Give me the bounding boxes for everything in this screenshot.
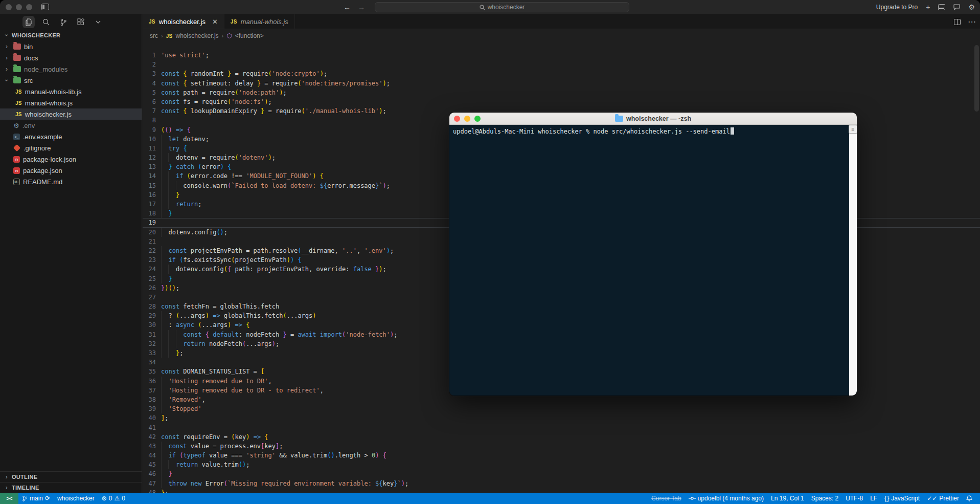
line-number: 20: [143, 228, 156, 237]
code-line: 4const { setTimeout: delay } = require('…: [143, 79, 980, 88]
file-name: README.md: [23, 178, 62, 186]
tree-item-.env[interactable]: ⚙.env: [0, 120, 142, 131]
toggle-panel-icon[interactable]: [938, 4, 945, 10]
terminal-content[interactable]: updoel@Abduls-Mac-Mini whoischecker % no…: [449, 125, 857, 396]
terminal-scrollbar[interactable]: ≡: [849, 125, 857, 396]
problems-status[interactable]: ⊗ 0 ⚠ 0: [98, 493, 129, 504]
terminal-window[interactable]: whoischecker — -zsh updoel@Abduls-Mac-Mi…: [449, 113, 857, 396]
chevron-right-icon: ›: [4, 473, 10, 480]
traffic-lights[interactable]: [6, 4, 32, 10]
encoding-status[interactable]: UTF-8: [842, 493, 867, 504]
tree-item-package-lock.json[interactable]: npackage-lock.json: [0, 154, 142, 165]
git-branch-status[interactable]: main ⟳: [18, 493, 54, 504]
line-number: 13: [143, 162, 156, 171]
outline-section-header[interactable]: › OUTLINE: [0, 471, 142, 482]
tree-item-bin[interactable]: ›bin: [0, 41, 142, 52]
commit-icon: [689, 496, 696, 501]
line-number: 5: [143, 88, 156, 97]
source-control-icon[interactable]: [57, 16, 70, 28]
chat-icon[interactable]: [953, 4, 960, 10]
js-file-icon: JS: [15, 100, 22, 106]
eol-status[interactable]: LF: [867, 493, 881, 504]
language-mode-status[interactable]: { } JavaScript: [881, 493, 923, 504]
tree-item-package.json[interactable]: npackage.json: [0, 165, 142, 176]
zoom-window-button[interactable]: [26, 4, 32, 10]
line-number: 17: [143, 200, 156, 209]
line-number: 6: [143, 97, 156, 106]
timeline-section-header[interactable]: › TIMELINE: [0, 482, 142, 493]
tree-item-whoischecker.js[interactable]: JSwhoischecker.js: [0, 108, 142, 120]
breadcrumb: src › JS whoischecker.js › ⬡ <function>: [143, 29, 980, 42]
cursor-position-status[interactable]: Ln 19, Col 1: [767, 493, 808, 504]
terminal-marks-icon[interactable]: ≡: [849, 125, 857, 134]
code-line: 2: [143, 60, 980, 69]
tree-item-docs[interactable]: ›docs: [0, 52, 142, 63]
close-tab-icon[interactable]: ✕: [212, 18, 218, 26]
remote-indicator[interactable]: ><: [0, 493, 18, 504]
code-line: 5const path = require('node:path');: [143, 88, 980, 97]
file-name: src: [24, 77, 33, 84]
tree-item-.env.example[interactable]: >_.env.example: [0, 131, 142, 142]
code-line: 47 throw new Error(`Missing required env…: [143, 479, 980, 488]
line-number: 10: [143, 135, 156, 144]
command-center-search[interactable]: whoischecker: [375, 2, 629, 12]
breadcrumb-file[interactable]: whoischecker.js: [176, 32, 219, 39]
search-panel-icon[interactable]: [40, 16, 52, 28]
explorer-icon[interactable]: [22, 16, 35, 28]
line-number: 29: [143, 311, 156, 320]
line-number: 22: [143, 246, 156, 255]
line-number: 16: [143, 190, 156, 200]
breadcrumb-separator: ›: [222, 33, 224, 39]
code-line: 42const requireEnv = (key) => {: [143, 432, 980, 442]
more-views-chevron-icon[interactable]: [92, 16, 104, 28]
explorer-root-header[interactable]: › WHOISCHECKER: [0, 30, 142, 41]
terminal-zoom-button[interactable]: [474, 116, 481, 122]
tab-whoischecker-js[interactable]: JS whoischecker.js ✕: [143, 14, 224, 29]
code-line: 40];: [143, 413, 980, 423]
tree-item-node_modules[interactable]: ›node_modules: [0, 63, 142, 75]
split-editor-icon[interactable]: [954, 19, 961, 25]
npm-icon: n: [13, 167, 20, 174]
code-line: 39 'Stopped': [143, 404, 980, 413]
notifications-bell[interactable]: [963, 493, 976, 504]
search-icon: [480, 5, 485, 10]
activity-bar: [0, 14, 142, 30]
terminal-cursor: [731, 127, 734, 135]
breadcrumb-symbol[interactable]: <function>: [235, 32, 264, 39]
project-status[interactable]: whoischecker: [54, 493, 98, 504]
settings-gear-icon[interactable]: ⚙: [968, 3, 975, 11]
upgrade-to-pro-button[interactable]: Upgrade to Pro: [876, 4, 918, 11]
back-button[interactable]: ←: [344, 3, 351, 11]
indentation-status[interactable]: Spaces: 2: [808, 493, 842, 504]
commit-info-status[interactable]: updoelbl (4 months ago): [685, 493, 767, 504]
tree-item-README.md[interactable]: M↓README.md: [0, 176, 142, 187]
cursor-tab-status[interactable]: Cursor Tab: [648, 493, 685, 504]
code-line: 43 const value = process.env[key];: [143, 442, 980, 451]
line-number: 33: [143, 348, 156, 358]
file-name: node_modules: [24, 65, 67, 73]
terminal-minimize-button[interactable]: [464, 116, 470, 122]
line-number: 26: [143, 283, 156, 293]
line-number: 11: [143, 144, 156, 153]
more-actions-icon[interactable]: ⋯: [968, 17, 976, 27]
forward-button[interactable]: →: [358, 3, 365, 11]
tab-manual-whois-js[interactable]: JS manual-whois.js: [224, 14, 295, 29]
extensions-icon[interactable]: [75, 16, 87, 28]
close-window-button[interactable]: [6, 4, 12, 10]
formatter-status[interactable]: ✓✓ Prettier: [923, 493, 963, 504]
tree-item-manual-whois-lib.js[interactable]: JSmanual-whois-lib.js: [0, 86, 142, 97]
file-name: package-lock.json: [23, 156, 76, 163]
minimize-window-button[interactable]: [16, 4, 22, 10]
editor-scrollbar[interactable]: [974, 45, 979, 112]
toggle-sidebar-icon[interactable]: [41, 4, 49, 10]
terminal-close-button[interactable]: [454, 116, 460, 122]
tree-item-.gitignore[interactable]: .gitignore: [0, 142, 142, 154]
new-chat-plus-icon[interactable]: +: [926, 3, 930, 11]
line-number: 30: [143, 320, 156, 330]
breadcrumb-src[interactable]: src: [150, 32, 158, 39]
terminal-titlebar[interactable]: whoischecker — -zsh: [449, 113, 857, 125]
tree-item-src[interactable]: ›src: [0, 75, 142, 86]
indent-guide: [11, 108, 11, 120]
tree-item-manual-whois.js[interactable]: JSmanual-whois.js: [0, 97, 142, 108]
chevron-right-icon: ›: [3, 43, 10, 50]
